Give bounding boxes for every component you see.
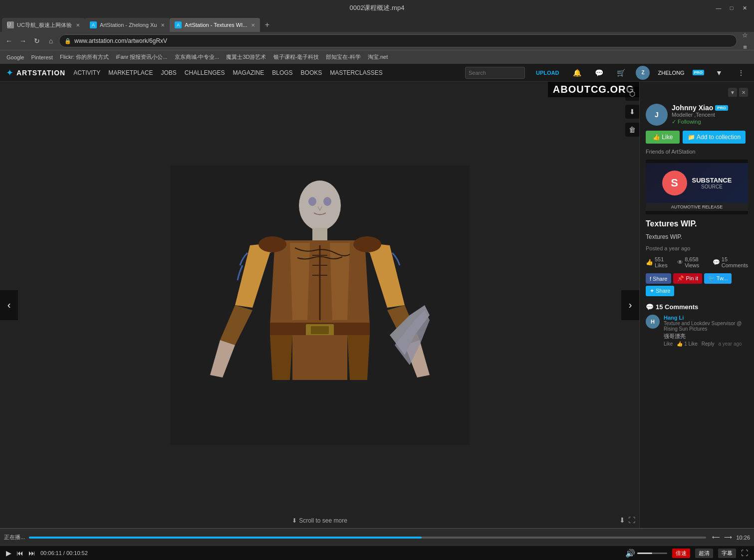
share-facebook-button[interactable]: f Share [646,273,671,284]
bookmark-buzhibo[interactable]: 部知宝在-科学 [323,52,363,62]
video-controls: ▶ ⏮ ⏭ 00:06:11 / 00:10:52 🔊 倍速 超清 字幕 ⛶ [0,546,754,560]
bookmark-yinzi[interactable]: 银子课程-毫子科技 [271,52,322,62]
volume-bar[interactable] [637,553,667,554]
prev-image-button[interactable]: ‹ [0,290,18,320]
quality-button[interactable]: 超清 [695,549,713,558]
bookmark-pinterest[interactable]: Pinterest [28,53,55,61]
taskbar: 正在播... ⟵ ⟶ 10:26 [0,528,754,546]
refresh-button[interactable]: ↻ [31,35,43,47]
artist-role: Modeller ,Tencent [672,112,728,118]
comment-actions: Like 👍 1 Like Reply a year ago [664,341,748,347]
artist-avatar[interactable]: J [646,104,668,126]
comments-icon-title: 💬 [646,303,654,311]
artist-name-text: Johnny Xiao [672,104,713,112]
delete-floating-button[interactable]: 🗑 [625,123,639,137]
nav-challenges[interactable]: CHALLENGES [185,69,225,76]
share-pinterest-button[interactable]: 📌 Pin it [673,273,702,284]
comments-title: 💬 15 Comments [646,303,748,311]
taskbar-progress[interactable] [29,537,706,539]
comment-author[interactable]: Hang Li [664,315,748,321]
nav-search-bar[interactable] [465,67,525,79]
tab-uc[interactable]: U UC导航_极速上网体验 ✕ [2,18,85,32]
comment-like-button[interactable]: Like [664,341,673,347]
address-bar[interactable]: 🔒 www.artstation.com/artwork/6gRxV [59,34,737,47]
home-button[interactable]: ⌂ [45,35,57,47]
fullscreen-button[interactable]: ⛶ [741,549,748,557]
tab-textures[interactable]: A ArtStation - Textures WI... ✕ [170,18,260,32]
forward-button[interactable]: → [17,35,29,47]
comment-body: Hang Li Texture and Lookdev Supervisor @… [664,315,748,347]
share-twitter-button[interactable]: 🐦 Tw... [704,273,732,284]
sidebar-collapse-button[interactable]: ▼ [728,88,737,97]
share-artstation-button[interactable]: ✦ Share [646,286,674,296]
speed-button[interactable]: 倍速 [672,549,690,558]
nav-marketplace[interactable]: MARKETPLACE [108,69,153,76]
user-menu-button[interactable]: ▼ [712,66,726,80]
artwork-title: Textures WIP. [646,219,748,228]
cart-button[interactable]: 🛒 [614,66,628,80]
artwork-svg [170,166,470,445]
artist-name[interactable]: Johnny Xiao PRO [672,104,728,112]
username-nav[interactable]: ZHELONG [658,70,684,76]
comment-reply-button[interactable]: Reply [702,341,715,347]
notifications-button[interactable]: 🔔 [570,66,584,80]
comments-count-title: 15 Comments [656,303,698,311]
likes-stat: 👍 551 Likes [646,256,671,268]
add-to-collection-button[interactable]: 📁 Add to collection [683,131,746,144]
comments-count: 15 Comments [722,256,748,268]
sidebar-close-button[interactable]: ✕ [739,88,748,97]
substance-subtitle: SOURCE [692,184,732,189]
progress-bar-container[interactable] [29,537,706,539]
action-buttons: 👍 Like 📁 Add to collection [646,131,748,144]
artwork-description: Textures WIP. [646,233,748,240]
bookmark-google[interactable]: Google [4,53,26,61]
subtitle-button[interactable]: 字幕 [718,549,736,558]
volume-control[interactable]: 🔊 [625,549,667,558]
ad-banner[interactable]: S SUBSTANCE SOURCE AUTOMOTIVE RELEASE [646,160,748,214]
search-input[interactable] [469,70,521,76]
likes-count: 551 Likes [655,256,671,268]
share-floating-button[interactable]: ⬡ [625,87,639,101]
nav-masterclasses[interactable]: MASTERCLASSES [330,69,382,76]
nav-blogs[interactable]: BLOGS [272,69,292,76]
new-tab-button[interactable]: + [260,18,274,32]
comments-icon: 💬 [713,259,720,266]
sidebar: ▼ ✕ J Johnny Xiao PRO Modeller ,Tencent … [639,82,754,528]
download-floating-button[interactable]: ⬇ [625,105,639,119]
download-image-button[interactable]: ⬇ [619,516,625,524]
svg-point-12 [308,197,316,206]
back-button[interactable]: ← [3,35,15,47]
bookmark-moyueshi[interactable]: 魔翼士3D游艺术 [224,52,268,62]
nav-jobs[interactable]: JOBS [161,69,177,76]
video-play-button[interactable]: ▶ [6,549,11,557]
upload-button[interactable]: UPLOAD [533,66,562,80]
minimize-button[interactable]: — [713,2,724,13]
fullscreen-image-button[interactable]: ⛶ [628,516,635,524]
bookmark-ifanr[interactable]: iFanr 报报资讯小公... [113,52,170,62]
like-button[interactable]: 👍 Like [646,131,680,144]
close-window-button[interactable]: ✕ [739,2,750,13]
nav-next-icon[interactable]: ⟶ [724,534,732,541]
browser-menu-button[interactable]: ☆ [739,29,751,41]
more-button[interactable]: ⋮ [734,66,748,80]
bookmark-taobao[interactable]: 淘宝.net [365,52,390,62]
bookmark-jd[interactable]: 京东商城-中专业... [172,52,222,62]
nav-magazine[interactable]: MAGAZINE [233,69,264,76]
nav-activity[interactable]: ACTIVITY [73,69,100,76]
video-prev-button[interactable]: ⏮ [16,549,23,557]
next-image-button[interactable]: › [621,290,639,320]
tab-zhelong[interactable]: A ArtStation - Zhelong Xu ✕ [85,18,170,32]
maximize-button[interactable]: □ [726,2,737,13]
bookmark-flickr[interactable]: Flickr: 你的所有方式 [57,52,111,62]
nav-prev-icon[interactable]: ⟵ [712,534,720,541]
video-next-button[interactable]: ⏭ [28,549,35,557]
artstation-logo[interactable]: ✦ ARTSTATION [6,67,65,78]
tab-close-uc[interactable]: ✕ [76,22,80,28]
nav-books[interactable]: BOOKS [301,69,322,76]
comment-item: H Hang Li Texture and Lookdev Supervisor… [646,315,748,347]
artist-pro-badge: PRO [715,105,728,111]
messages-button[interactable]: 💬 [592,66,606,80]
tab-close-textures[interactable]: ✕ [251,22,255,28]
tab-close-zhelong[interactable]: ✕ [161,22,165,28]
user-avatar[interactable]: Z [636,66,650,80]
